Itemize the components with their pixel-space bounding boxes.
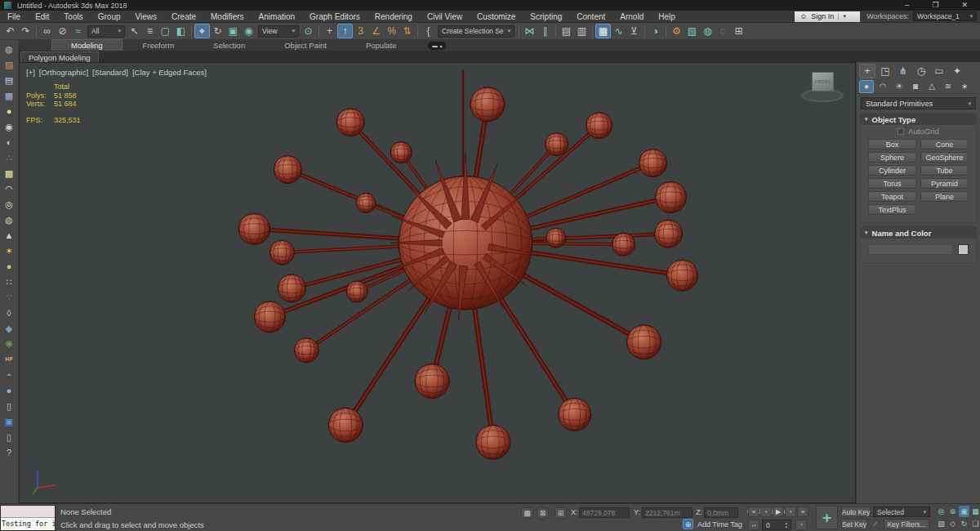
x-coord-field[interactable]: 48729,078 — [579, 507, 630, 518]
frame-spinner[interactable]: ▴▾ — [785, 521, 787, 529]
bind-to-space-warp-icon[interactable]: ≈ — [70, 24, 86, 38]
render-presets-icon[interactable]: ⊞ — [731, 24, 746, 38]
selection-set-dropdown[interactable]: Create Selection Se▾ — [438, 25, 514, 38]
geometry-category-icon[interactable]: ● — [859, 80, 874, 93]
toggle-ribbon-icon[interactable]: ▦ — [595, 24, 611, 38]
z-coord-field[interactable]: 0,0mm — [704, 507, 738, 518]
key-filters-button[interactable]: Key Filters... — [884, 519, 929, 529]
menu-item-help[interactable]: Help — [651, 12, 683, 21]
listener-macro-pane[interactable] — [1, 506, 55, 518]
key-mode-toggle-icon[interactable]: ↔ — [748, 520, 760, 530]
undo-icon[interactable]: ↶ — [2, 24, 18, 38]
snaps-toggle-icon[interactable]: 3 — [353, 24, 368, 38]
rendered-frame-icon[interactable]: ▧ — [684, 24, 700, 38]
curve-editor-icon[interactable]: ∿ — [611, 24, 626, 38]
render-cloud-icon[interactable]: ◌ — [715, 24, 731, 38]
sphere-primitive-icon[interactable]: ● — [2, 259, 17, 274]
scene-explorer-icon[interactable]: ▥ — [574, 24, 590, 38]
object-color-swatch[interactable] — [958, 244, 969, 255]
selected-box-icon[interactable]: ▣ — [2, 414, 17, 429]
object-type-plane[interactable]: Plane — [920, 191, 969, 202]
play-button[interactable]: ▶ — [773, 506, 784, 517]
menu-item-tools[interactable]: Tools — [56, 12, 90, 21]
named-selection-sets-icon[interactable]: { — [421, 24, 436, 38]
cameras-category-icon[interactable]: ◙ — [908, 80, 923, 93]
menu-item-animation[interactable]: Animation — [252, 12, 302, 21]
rendered-image-icon[interactable]: ▨ — [2, 57, 17, 72]
menu-item-customize[interactable]: Customize — [470, 12, 523, 21]
use-pivot-point-center-icon[interactable]: ⊙ — [301, 24, 316, 38]
rectangular-selection-region-icon[interactable]: ▢ — [158, 24, 173, 38]
utilities-tab-icon[interactable]: ✦ — [949, 64, 965, 78]
box-primitive-icon[interactable]: ▩ — [2, 166, 17, 181]
menu-item-edit[interactable]: Edit — [28, 12, 56, 21]
object-type-pyramid[interactable]: Pyramid — [920, 178, 969, 189]
menu-item-views[interactable]: Views — [128, 12, 165, 21]
percent-snap-icon[interactable]: % — [384, 24, 399, 38]
isolate-selection-icon[interactable]: ▩ — [521, 507, 533, 519]
display-tab-icon[interactable]: ▭ — [931, 64, 947, 78]
select-object-icon[interactable]: ↖ — [127, 24, 142, 38]
current-frame-field[interactable]: 0 ▴▾ — [762, 520, 791, 530]
minimize-icon[interactable]: – — [905, 0, 909, 11]
zoom-region-icon[interactable]: ▧ — [936, 518, 947, 529]
viewport-menu-standard[interactable]: [Standard] — [92, 68, 128, 77]
ribbon-tab-populate[interactable]: Populate — [347, 40, 416, 51]
menu-item-graph-editors[interactable]: Graph Editors — [302, 12, 368, 21]
add-time-tag-label[interactable]: Add Time Tag — [697, 520, 742, 529]
select-and-manipulate-icon[interactable]: + — [322, 24, 337, 38]
viewport-menu-pov[interactable]: [Orthographic] — [39, 68, 88, 77]
unlink-selection-icon[interactable]: ⊘ — [55, 24, 70, 38]
object-type-torus[interactable]: Torus — [868, 178, 916, 189]
systems-category-icon[interactable]: ∗ — [957, 80, 972, 93]
object-type-textplus[interactable]: TextPlus — [868, 204, 916, 215]
auto-key-button[interactable]: Auto Key — [841, 506, 871, 517]
object-type-cylinder[interactable]: Cylinder — [868, 165, 916, 176]
create-tab-icon[interactable]: + — [859, 64, 875, 78]
teapot-primitive-icon[interactable]: ◍ — [2, 212, 17, 227]
view-cube-front-face[interactable]: FRONT — [812, 72, 834, 91]
reference-coordinate-dropdown[interactable]: View▾ — [258, 25, 299, 38]
sign-in-caret-icon[interactable]: ▾ — [838, 13, 846, 20]
zoom-icon[interactable]: ◎ — [936, 506, 947, 517]
select-and-rotate-icon[interactable]: ↻ — [210, 24, 225, 38]
listener-script-pane[interactable]: Testing for i — [1, 518, 55, 530]
schematic-view-icon[interactable]: ⊻ — [626, 24, 642, 38]
shaded-sphere-icon[interactable]: ◐ — [2, 135, 17, 149]
menu-item-scripting[interactable]: Scripting — [523, 12, 569, 21]
object-type-tube[interactable]: Tube — [920, 165, 969, 176]
textured-sphere-icon[interactable]: ◓ — [2, 368, 17, 382]
viewport-menu-general[interactable]: [+] — [26, 68, 35, 77]
menu-item-civil-view[interactable]: Civil View — [420, 12, 470, 21]
select-and-link-icon[interactable]: ∞ — [39, 24, 55, 38]
sign-in-button[interactable]: ☺ Sign In ▾ — [795, 11, 860, 22]
camera-icon[interactable]: ◉ — [2, 119, 17, 134]
spinner-snap-icon[interactable]: ⇅ — [399, 24, 415, 38]
zoom-extents-icon[interactable]: ▣ — [959, 506, 969, 517]
menu-item-rendering[interactable]: Rendering — [368, 12, 420, 21]
viewport-menu-shading[interactable]: [Clay + Edged Faces] — [132, 68, 207, 77]
hair-fur-icon[interactable]: HF — [2, 352, 17, 367]
primitive-category-dropdown[interactable]: Standard Primitives ▾ — [861, 97, 976, 109]
viewport-canvas[interactable] — [20, 63, 855, 502]
spreadsheet-icon[interactable]: ▦ — [2, 88, 17, 103]
ribbon-minimize-button[interactable]: ▬▾ — [428, 42, 446, 50]
name-and-color-rollout-header[interactable]: ▾ Name and Color — [861, 227, 976, 239]
object-name-field[interactable] — [868, 244, 953, 255]
blue-sphere-icon[interactable]: ● — [2, 383, 17, 398]
selection-filter-dropdown[interactable]: Selected ▾ — [873, 506, 930, 517]
tab-polygon-modeling[interactable]: Polygon Modeling — [20, 51, 99, 62]
view-cube[interactable]: FRONT — [800, 69, 845, 107]
workspace-dropdown[interactable]: Workspace_1 ▾ — [913, 11, 977, 21]
ribbon-tab-freeform[interactable]: Freeform — [124, 40, 194, 51]
select-and-scale-icon[interactable]: ▣ — [225, 24, 241, 38]
maxscript-mini-listener[interactable]: Testing for i — [0, 505, 56, 531]
atoms-icon[interactable]: ∵ — [2, 290, 17, 305]
object-type-rollout-header[interactable]: ▾ Object Type — [861, 114, 976, 125]
menu-item-modifiers[interactable]: Modifiers — [203, 12, 252, 21]
document-icon[interactable]: ▯ — [2, 430, 17, 444]
hierarchy-tab-icon[interactable]: ⋔ — [895, 64, 911, 78]
select-and-move-icon[interactable]: ⌖ — [194, 24, 210, 38]
help-icon[interactable]: ? — [2, 445, 17, 460]
foliage-icon[interactable]: ❋ — [2, 337, 17, 351]
